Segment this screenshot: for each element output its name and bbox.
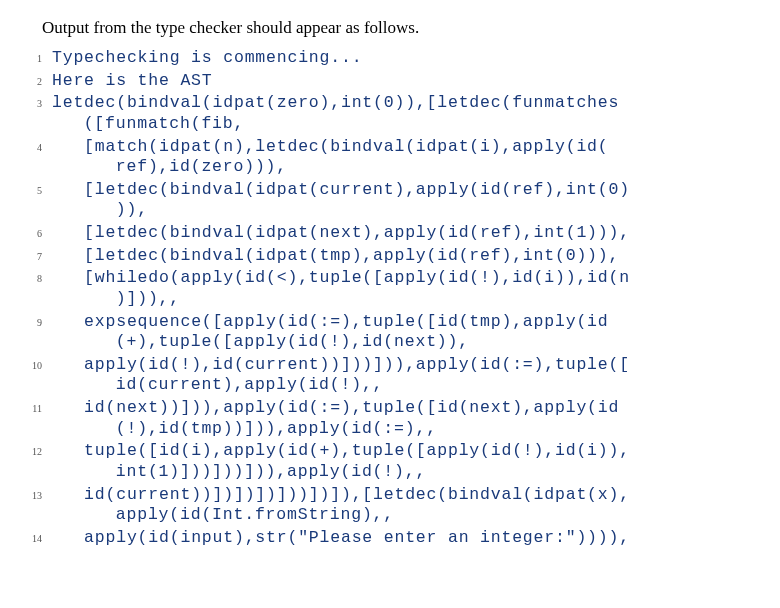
line-number: 5: [30, 180, 52, 198]
code-content: letdec(bindval(idpat(zero),int(0)),[letd…: [52, 93, 750, 134]
code-content: expsequence([apply(id(:=),tuple([id(tmp)…: [52, 312, 750, 353]
line-number: 14: [30, 528, 52, 546]
line-number: 11: [30, 398, 52, 416]
code-content: tuple([id(i),apply(id(+),tuple([apply(id…: [52, 441, 750, 482]
line-number: 6: [30, 223, 52, 241]
code-line: 14 apply(id(input),str("Please enter an …: [30, 528, 750, 549]
code-content: [letdec(bindval(idpat(current),apply(id(…: [52, 180, 750, 221]
code-line: 12 tuple([id(i),apply(id(+),tuple([apply…: [30, 441, 750, 482]
code-line: 10 apply(id(!),id(current))]))])),apply(…: [30, 355, 750, 396]
code-line: 1 Typechecking is commencing...: [30, 48, 750, 69]
code-listing: 1 Typechecking is commencing... 2 Here i…: [30, 48, 750, 548]
line-number: 4: [30, 137, 52, 155]
intro-text: Output from the type checker should appe…: [42, 18, 750, 38]
code-content: Here is the AST: [52, 71, 750, 92]
code-content: [match(idpat(n),letdec(bindval(idpat(i),…: [52, 137, 750, 178]
line-number: 9: [30, 312, 52, 330]
line-number: 10: [30, 355, 52, 373]
line-number: 8: [30, 268, 52, 286]
line-number: 13: [30, 485, 52, 503]
code-content: apply(id(input),str("Please enter an int…: [52, 528, 750, 549]
line-number: 12: [30, 441, 52, 459]
line-number: 1: [30, 48, 52, 66]
code-line: 11 id(next))])),apply(id(:=),tuple([id(n…: [30, 398, 750, 439]
code-content: id(current))])])])]))])]),[letdec(bindva…: [52, 485, 750, 526]
code-line: 8 [whiledo(apply(id(<),tuple([apply(id(!…: [30, 268, 750, 309]
code-content: Typechecking is commencing...: [52, 48, 750, 69]
code-content: [letdec(bindval(idpat(next),apply(id(ref…: [52, 223, 750, 244]
code-line: 5 [letdec(bindval(idpat(current),apply(i…: [30, 180, 750, 221]
line-number: 7: [30, 246, 52, 264]
code-content: apply(id(!),id(current))]))])),apply(id(…: [52, 355, 750, 396]
code-line: 7 [letdec(bindval(idpat(tmp),apply(id(re…: [30, 246, 750, 267]
code-content: [whiledo(apply(id(<),tuple([apply(id(!),…: [52, 268, 750, 309]
code-line: 13 id(current))])])])]))])]),[letdec(bin…: [30, 485, 750, 526]
line-number: 2: [30, 71, 52, 89]
line-number: 3: [30, 93, 52, 111]
code-line: 3 letdec(bindval(idpat(zero),int(0)),[le…: [30, 93, 750, 134]
code-content: id(next))])),apply(id(:=),tuple([id(next…: [52, 398, 750, 439]
code-content: [letdec(bindval(idpat(tmp),apply(id(ref)…: [52, 246, 750, 267]
code-line: 2 Here is the AST: [30, 71, 750, 92]
code-line: 4 [match(idpat(n),letdec(bindval(idpat(i…: [30, 137, 750, 178]
code-line: 9 expsequence([apply(id(:=),tuple([id(tm…: [30, 312, 750, 353]
code-line: 6 [letdec(bindval(idpat(next),apply(id(r…: [30, 223, 750, 244]
